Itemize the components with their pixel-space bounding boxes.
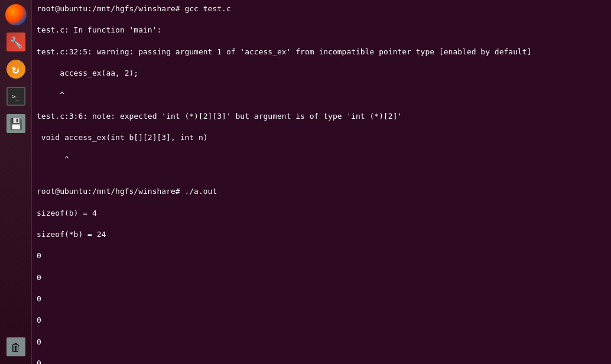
terminal-line: ^ [37,90,606,100]
update-icon[interactable] [4,57,28,82]
terminal-line: test.c:3:6: note: expected 'int (*)[2][3… [37,111,606,122]
terminal-line: access_ex(aa, 2); [37,68,606,79]
terminal-line: ^ [37,154,606,165]
trash-icon[interactable] [4,334,28,359]
terminal-line: 0 [37,294,606,304]
firefox-icon[interactable] [4,2,28,27]
sidebar [0,0,32,364]
wrench-icon[interactable] [4,30,28,54]
terminal-line: 0 [37,272,606,283]
terminal-icon[interactable] [4,84,28,109]
terminal-line: root@ubuntu:/mnt/hgfs/winshare# gcc test… [37,4,606,14]
terminal-line: sizeof(*b) = 24 [37,229,606,240]
terminal-line: test.c:32:5: warning: passing argument 1… [37,47,606,57]
terminal-line: 0 [37,337,606,347]
terminal-line: root@ubuntu:/mnt/hgfs/winshare# ./a.out [37,186,606,197]
terminal-window[interactable]: root@ubuntu:/mnt/hgfs/winshare# gcc test… [32,0,611,364]
save-icon[interactable] [4,111,28,136]
terminal-line: void access_ex(int b[][2][3], int n) [37,132,606,143]
terminal-line: 0 [37,251,606,261]
terminal-line: 0 [37,358,606,364]
terminal-line: 0 [37,315,606,326]
terminal-line: test.c: In function 'main': [37,25,606,35]
terminal-line: sizeof(b) = 4 [37,208,606,219]
